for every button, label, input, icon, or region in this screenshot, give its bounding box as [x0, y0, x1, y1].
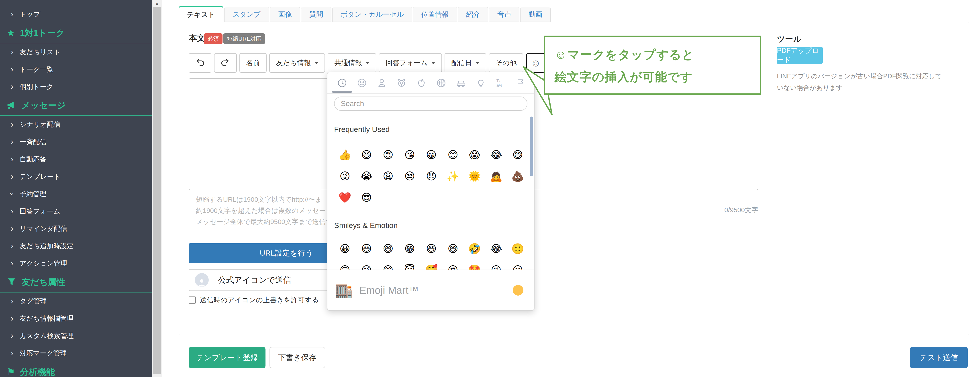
emoji-button[interactable]: 🌞: [464, 165, 485, 187]
scroll-up-arrow-icon[interactable]: ▲: [152, 0, 162, 7]
sidebar-item[interactable]: › 友だち追加時設定: [0, 237, 152, 255]
emoji-button[interactable]: ✨: [442, 165, 464, 187]
toolbar-dropdown-button[interactable]: 回答フォーム: [379, 53, 442, 73]
message-type-tab[interactable]: 質問: [301, 7, 331, 22]
category-food-icon[interactable]: [411, 76, 431, 90]
emoji-button[interactable]: 💩: [507, 165, 528, 187]
emoji-button[interactable]: 😂: [485, 238, 507, 259]
emoji-picker-scrollbar-thumb[interactable]: [530, 117, 533, 176]
emoji-button[interactable]: 😩: [377, 165, 399, 187]
redo-button[interactable]: [214, 53, 237, 73]
sidebar-item[interactable]: › 自動応答: [0, 150, 152, 168]
emoji-button[interactable]: 😘: [399, 144, 420, 165]
insert-name-button[interactable]: 名前: [239, 53, 267, 73]
emoji-button[interactable]: 😍: [377, 144, 399, 165]
pdf-upload-button[interactable]: PDFアップロード: [777, 47, 823, 64]
sidebar-heading-talk[interactable]: ★ 1対1トーク: [0, 23, 152, 43]
message-type-tab[interactable]: テキスト: [179, 6, 223, 22]
emoji-button[interactable]: 😄: [377, 238, 399, 259]
sidebar-heading-attribute[interactable]: 友だち属性: [0, 272, 152, 293]
message-type-tab[interactable]: 動画: [520, 7, 550, 22]
save-draft-button[interactable]: 下書き保存: [269, 347, 325, 368]
emoji-button[interactable]: ❤️: [334, 187, 356, 208]
emoji-button[interactable]: 😍: [442, 259, 464, 269]
emoji-button[interactable]: 😅: [442, 238, 464, 259]
sidebar-item[interactable]: › 回答フォーム: [0, 203, 152, 220]
sidebar-item[interactable]: › シナリオ配信: [0, 116, 152, 133]
sidebar-scrollbar-thumb[interactable]: [153, 7, 161, 374]
sidebar-item[interactable]: › 友だち情報欄管理: [0, 310, 152, 327]
required-badge: 必須: [204, 33, 223, 44]
sidebar-item[interactable]: › タグ管理: [0, 293, 152, 310]
toolbar-dropdown-button[interactable]: 友だち情報: [269, 53, 325, 73]
emoji-button[interactable]: 🙇: [485, 165, 507, 187]
sidebar-item[interactable]: › アクション管理: [0, 255, 152, 272]
emoji-button[interactable]: 😆: [420, 238, 442, 259]
toolbar-dropdown-button[interactable]: 共通情報: [328, 53, 376, 73]
emoji-button[interactable]: 🙂: [507, 238, 528, 259]
category-objects-icon[interactable]: [471, 76, 491, 90]
emoji-button[interactable]: 😀: [420, 144, 442, 165]
emoji-button[interactable]: 😞: [420, 165, 442, 187]
icon-overwrite-checkbox[interactable]: [189, 296, 196, 304]
emoji-button[interactable]: 😁: [399, 238, 420, 259]
toolbar-dropdown-button[interactable]: 配信日: [445, 53, 486, 73]
emoji-button[interactable]: 🤩: [464, 259, 485, 269]
message-type-tab[interactable]: スタンプ: [224, 7, 269, 22]
message-type-tab[interactable]: 画像: [270, 7, 300, 22]
emoji-button[interactable]: 😭: [356, 165, 377, 187]
undo-button[interactable]: [189, 53, 212, 73]
sidebar-item[interactable]: › リマインダ配信: [0, 220, 152, 237]
skin-tone-selector[interactable]: [513, 285, 523, 296]
message-type-tab[interactable]: ボタン・カルーセル: [332, 7, 412, 22]
message-type-tab[interactable]: 紹介: [458, 7, 488, 22]
sidebar-heading-message[interactable]: メッセージ: [0, 95, 152, 116]
emoji-search-input[interactable]: [334, 97, 527, 111]
message-type-tab[interactable]: 位置情報: [413, 7, 457, 22]
emoji-button[interactable]: 😒: [399, 165, 420, 187]
chevron-icon: ›: [11, 155, 13, 163]
emoji-button[interactable]: 😊: [377, 259, 399, 269]
category-travel-icon[interactable]: [451, 76, 471, 90]
category-symbols-icon[interactable]: T♪&%: [491, 76, 511, 90]
sidebar-item[interactable]: › テンプレート: [0, 168, 152, 185]
emoji-button[interactable]: 🙃: [334, 259, 356, 269]
emoji-button[interactable]: 😃: [356, 238, 377, 259]
sidebar-item[interactable]: › カスタム検索管理: [0, 327, 152, 345]
emoji-button[interactable]: 😱: [464, 144, 485, 165]
sidebar-item[interactable]: › 友だちリスト: [0, 43, 152, 61]
emoji-button[interactable]: 👍: [334, 144, 356, 165]
emoji-button[interactable]: 😇: [399, 259, 420, 269]
emoji-scroll-area[interactable]: Frequently Used 👍 😆 😍 😘 😀 😊 😱 😂 😅: [328, 115, 534, 269]
emoji-button[interactable]: 😘: [485, 259, 507, 269]
caret-down-icon: [476, 62, 479, 64]
message-type-tab[interactable]: 音声: [489, 7, 519, 22]
emoji-button[interactable]: 😊: [442, 144, 464, 165]
frequently-used-header: Frequently Used: [334, 124, 534, 134]
sidebar-heading-analytics[interactable]: ⚑ 分析機能: [0, 362, 152, 377]
category-activities-icon[interactable]: [431, 76, 451, 90]
sidebar-group-top: › トップ: [0, 6, 152, 23]
sidebar-item[interactable]: › 予約管理: [0, 185, 152, 203]
emoji-button[interactable]: 😉: [356, 259, 377, 269]
test-send-button[interactable]: テスト送信: [910, 347, 968, 368]
emoji-button[interactable]: 😗: [507, 259, 528, 269]
category-animals-icon[interactable]: [391, 76, 411, 90]
sidebar-item[interactable]: › 個別トーク: [0, 78, 152, 95]
category-recent-icon[interactable]: [332, 76, 352, 90]
emoji-button[interactable]: 😎: [356, 187, 377, 208]
sidebar-item[interactable]: › トップ: [0, 6, 152, 23]
emoji-button[interactable]: 😆: [356, 144, 377, 165]
sidebar-item[interactable]: › 対応マーク管理: [0, 345, 152, 362]
register-template-button[interactable]: テンプレート登録: [189, 347, 266, 368]
emoji-button[interactable]: 😜: [334, 165, 356, 187]
sidebar-item[interactable]: › トーク一覧: [0, 61, 152, 78]
sidebar-item[interactable]: › 一斉配信: [0, 133, 152, 150]
emoji-button[interactable]: 🥰: [420, 259, 442, 269]
emoji-button[interactable]: 😀: [334, 238, 356, 259]
category-people-icon[interactable]: [372, 76, 391, 90]
category-smileys-icon[interactable]: [352, 76, 372, 90]
emoji-button[interactable]: 😅: [507, 144, 528, 165]
emoji-button[interactable]: 😂: [485, 144, 507, 165]
emoji-button[interactable]: 🤣: [464, 238, 485, 259]
